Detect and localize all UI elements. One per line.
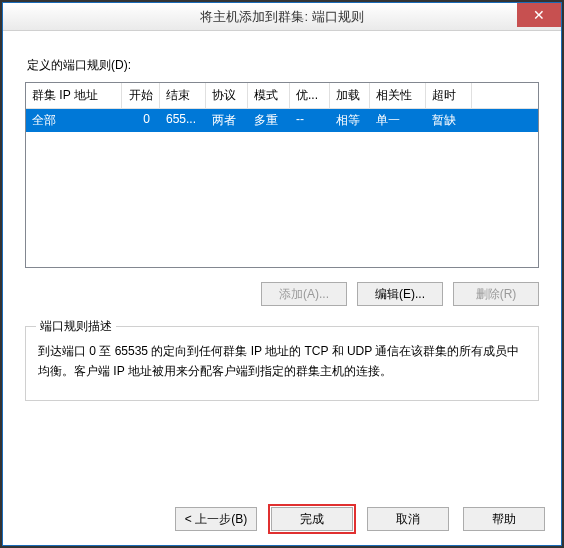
rule-description-text: 到达端口 0 至 65535 的定向到任何群集 IP 地址的 TCP 和 UDP… bbox=[38, 341, 526, 382]
add-button: 添加(A)... bbox=[261, 282, 347, 306]
col-priority[interactable]: 优... bbox=[290, 83, 330, 108]
help-button[interactable]: 帮助 bbox=[463, 507, 545, 531]
finish-button[interactable]: 完成 bbox=[271, 507, 353, 531]
table-row[interactable]: 全部 0 655... 两者 多重 -- 相等 单一 暂缺 bbox=[26, 109, 538, 132]
col-cluster-ip[interactable]: 群集 IP 地址 bbox=[26, 83, 122, 108]
col-affinity[interactable]: 相关性 bbox=[370, 83, 426, 108]
window-title: 将主机添加到群集: 端口规则 bbox=[200, 8, 363, 26]
cell-cluster-ip: 全部 bbox=[26, 109, 122, 132]
cell-timeout: 暂缺 bbox=[426, 109, 472, 132]
define-rules-label: 定义的端口规则(D): bbox=[27, 57, 545, 74]
cell-start: 0 bbox=[122, 109, 160, 132]
table-header-row: 群集 IP 地址 开始 结束 协议 模式 优... 加载 相关性 超时 bbox=[26, 83, 538, 109]
cell-load: 相等 bbox=[330, 109, 370, 132]
cell-affinity: 单一 bbox=[370, 109, 426, 132]
titlebar: 将主机添加到群集: 端口规则 ✕ bbox=[3, 3, 561, 31]
edit-button[interactable]: 编辑(E)... bbox=[357, 282, 443, 306]
wizard-footer: < 上一步(B) 完成 取消 帮助 bbox=[3, 507, 561, 531]
col-mode[interactable]: 模式 bbox=[248, 83, 290, 108]
port-rules-table[interactable]: 群集 IP 地址 开始 结束 协议 模式 优... 加载 相关性 超时 全部 0… bbox=[25, 82, 539, 268]
cancel-button[interactable]: 取消 bbox=[367, 507, 449, 531]
cell-protocol: 两者 bbox=[206, 109, 248, 132]
dialog-window: 将主机添加到群集: 端口规则 ✕ 定义的端口规则(D): 群集 IP 地址 开始… bbox=[2, 2, 562, 546]
rule-buttons-row: 添加(A)... 编辑(E)... 删除(R) bbox=[19, 282, 539, 306]
col-protocol[interactable]: 协议 bbox=[206, 83, 248, 108]
cell-mode: 多重 bbox=[248, 109, 290, 132]
cell-priority: -- bbox=[290, 109, 330, 132]
col-start[interactable]: 开始 bbox=[122, 83, 160, 108]
col-load[interactable]: 加载 bbox=[330, 83, 370, 108]
col-timeout[interactable]: 超时 bbox=[426, 83, 472, 108]
col-end[interactable]: 结束 bbox=[160, 83, 206, 108]
content-area: 定义的端口规则(D): 群集 IP 地址 开始 结束 协议 模式 优... 加载… bbox=[3, 31, 561, 417]
close-button[interactable]: ✕ bbox=[517, 3, 561, 27]
close-icon: ✕ bbox=[533, 7, 545, 23]
rule-description-group: 端口规则描述 到达端口 0 至 65535 的定向到任何群集 IP 地址的 TC… bbox=[25, 326, 539, 401]
remove-button: 删除(R) bbox=[453, 282, 539, 306]
back-button[interactable]: < 上一步(B) bbox=[175, 507, 257, 531]
groupbox-title: 端口规则描述 bbox=[36, 318, 116, 335]
cell-end: 655... bbox=[160, 109, 206, 132]
